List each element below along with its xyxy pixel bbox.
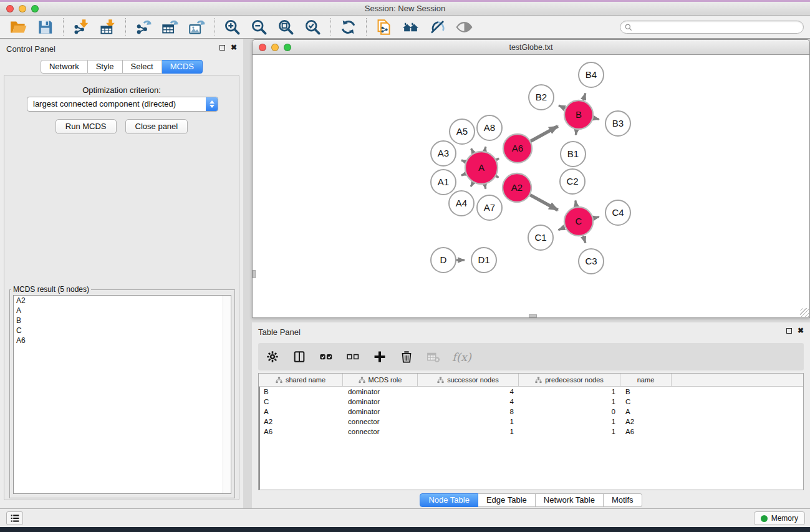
- mcds-result-item[interactable]: A2: [14, 296, 231, 306]
- edge-A-A6[interactable]: [496, 158, 499, 160]
- tab-network[interactable]: Network: [41, 60, 88, 74]
- mcds-result-item[interactable]: B: [14, 316, 231, 326]
- node-C3[interactable]: C3: [579, 249, 604, 274]
- hide-details-button[interactable]: [427, 17, 448, 37]
- mcds-result-item[interactable]: C: [14, 326, 231, 336]
- node-D[interactable]: D: [431, 248, 456, 273]
- columns-button[interactable]: [291, 349, 307, 365]
- node-C2[interactable]: C2: [560, 169, 585, 194]
- edge-A-A7[interactable]: [485, 185, 485, 189]
- node-B3[interactable]: B3: [605, 111, 630, 136]
- edge-A-A1[interactable]: [461, 174, 466, 176]
- edge-A-A5[interactable]: [471, 148, 474, 153]
- select-all-button[interactable]: [318, 349, 334, 365]
- zoom-in-button[interactable]: [221, 17, 243, 37]
- node-B4[interactable]: B4: [579, 62, 604, 87]
- mcds-result-item[interactable]: A6: [14, 336, 231, 346]
- zoom-fit-button[interactable]: [275, 17, 296, 37]
- node-B[interactable]: B: [564, 100, 593, 129]
- float-panel-icon[interactable]: [786, 328, 792, 334]
- column-header-predecessor-nodes[interactable]: predecessor nodes: [519, 374, 620, 386]
- search-input[interactable]: [635, 23, 803, 32]
- network-window-titlebar[interactable]: testGlobe.txt: [253, 40, 809, 55]
- edge-B-B3[interactable]: [593, 118, 599, 119]
- mcds-result-list[interactable]: A2ABCA6: [13, 295, 231, 494]
- horizontal-scroll-nub[interactable]: [529, 314, 537, 317]
- column-header-successor-nodes[interactable]: successor nodes: [418, 374, 519, 386]
- edge-A2-C[interactable]: [530, 195, 558, 210]
- table-row[interactable]: A6connector11A6: [259, 427, 803, 437]
- network-canvas[interactable]: B4 B2 B B3 A5 A8 A6 B1 A3 A A1 C2 A2 A4 …: [253, 55, 809, 317]
- edge-C-C2[interactable]: [576, 201, 577, 207]
- deselect-all-button[interactable]: [345, 349, 361, 365]
- node-B1[interactable]: B1: [561, 142, 586, 167]
- eye-button[interactable]: [453, 17, 475, 37]
- column-header-name[interactable]: name: [620, 374, 672, 386]
- node-A4[interactable]: A4: [449, 191, 474, 216]
- node-A7[interactable]: A7: [477, 195, 502, 220]
- save-button[interactable]: [34, 17, 55, 37]
- criterion-dropdown[interactable]: largest connected component (directed): [27, 97, 218, 112]
- table-row[interactable]: Cdominator41C: [259, 397, 803, 407]
- vertical-scroll-nub[interactable]: [253, 270, 256, 278]
- scrollbar-track[interactable]: [223, 296, 231, 493]
- edge-A-A4[interactable]: [471, 183, 473, 187]
- search-field[interactable]: [620, 21, 804, 34]
- tab-edge-table[interactable]: Edge Table: [478, 493, 536, 507]
- node-A2[interactable]: A2: [503, 173, 531, 202]
- tab-mcds[interactable]: MCDS: [162, 60, 203, 74]
- node-B2[interactable]: B2: [529, 85, 554, 110]
- node-A[interactable]: A: [465, 152, 498, 184]
- import-network-button[interactable]: [70, 17, 91, 37]
- table-row[interactable]: Adominator80A: [259, 407, 803, 417]
- edge-A-A8[interactable]: [485, 147, 485, 151]
- show-panels-button[interactable]: [6, 511, 23, 525]
- close-panel-icon[interactable]: ✖: [798, 327, 804, 334]
- node-D1[interactable]: D1: [471, 248, 496, 273]
- edge-B-B2[interactable]: [559, 105, 565, 109]
- export-table-button[interactable]: [159, 17, 180, 37]
- home-button[interactable]: [400, 17, 421, 37]
- edge-C-C4[interactable]: [593, 217, 599, 218]
- refresh-button[interactable]: [337, 17, 359, 37]
- duplicate-network-button[interactable]: [373, 17, 394, 37]
- node-A1[interactable]: A1: [431, 170, 456, 195]
- tab-motifs[interactable]: Motifs: [604, 493, 642, 507]
- table-row[interactable]: Bdominator41B: [259, 387, 803, 397]
- edge-A-A2[interactable]: [496, 176, 499, 177]
- edge-C-C1[interactable]: [559, 227, 565, 230]
- edge-C-C3[interactable]: [583, 236, 586, 243]
- node-A6[interactable]: A6: [503, 134, 532, 163]
- mcds-result-item[interactable]: A: [14, 306, 231, 316]
- node-C[interactable]: C: [564, 207, 593, 236]
- tab-style[interactable]: Style: [88, 60, 123, 74]
- zoom-out-button[interactable]: [248, 17, 269, 37]
- column-header-shared-name[interactable]: shared name: [259, 374, 343, 386]
- network-graph[interactable]: B4 B2 B B3 A5 A8 A6 B1 A3 A A1 C2 A2 A4 …: [253, 55, 809, 317]
- table-row[interactable]: A2connector11A2: [259, 417, 803, 427]
- node-C1[interactable]: C1: [528, 225, 553, 250]
- node-C4[interactable]: C4: [605, 200, 630, 225]
- open-folder-button[interactable]: [7, 17, 29, 37]
- import-table-button[interactable]: [97, 17, 118, 37]
- close-panel-button[interactable]: Close panel: [125, 119, 188, 134]
- memory-button[interactable]: Memory: [754, 511, 805, 525]
- run-mcds-button[interactable]: Run MCDS: [55, 119, 117, 134]
- resize-grip[interactable]: [800, 308, 809, 317]
- gear-button[interactable]: [264, 349, 281, 365]
- node-table[interactable]: shared nameMCDS rolesuccessor nodesprede…: [258, 373, 804, 490]
- tab-select[interactable]: Select: [123, 60, 162, 74]
- close-panel-icon[interactable]: ✖: [231, 44, 237, 51]
- node-A5[interactable]: A5: [450, 119, 475, 144]
- export-network-button[interactable]: [132, 17, 153, 37]
- delete-button[interactable]: [398, 349, 415, 365]
- add-button[interactable]: [372, 349, 388, 365]
- column-header-MCDS-role[interactable]: MCDS role: [343, 374, 418, 386]
- edge-B-B4[interactable]: [583, 94, 586, 101]
- edge-B-B1[interactable]: [576, 130, 576, 135]
- edge-A6-B[interactable]: [531, 126, 558, 141]
- node-A3[interactable]: A3: [431, 141, 456, 166]
- edge-A-A3[interactable]: [461, 160, 466, 162]
- node-A8[interactable]: A8: [477, 115, 502, 140]
- float-panel-icon[interactable]: [219, 45, 225, 51]
